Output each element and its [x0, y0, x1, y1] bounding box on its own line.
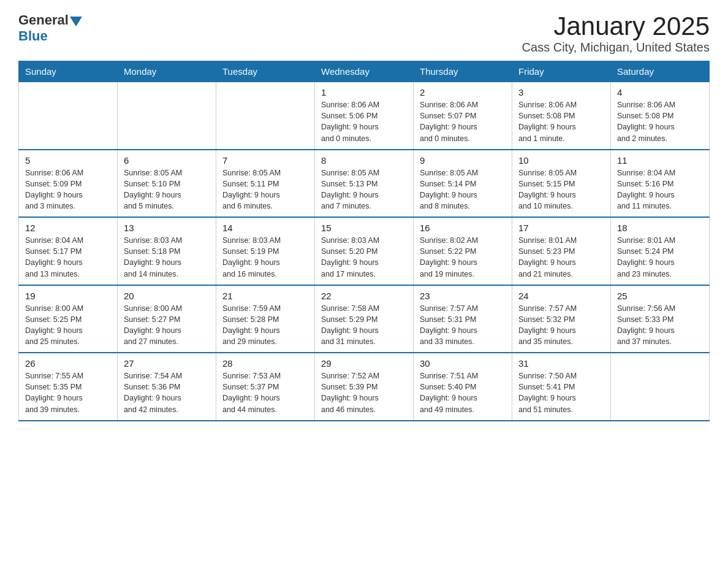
calendar-cell: 17Sunrise: 8:01 AM Sunset: 5:23 PM Dayli…	[512, 217, 611, 285]
day-info: Sunrise: 7:57 AM Sunset: 5:32 PM Dayligh…	[518, 303, 604, 348]
calendar-cell: 22Sunrise: 7:58 AM Sunset: 5:29 PM Dayli…	[315, 285, 414, 353]
day-info: Sunrise: 8:05 AM Sunset: 5:13 PM Dayligh…	[321, 167, 407, 212]
day-number: 27	[124, 358, 210, 369]
calendar-cell: 15Sunrise: 8:03 AM Sunset: 5:20 PM Dayli…	[315, 217, 414, 285]
calendar-table: SundayMondayTuesdayWednesdayThursdayFrid…	[18, 61, 710, 421]
calendar-cell: 7Sunrise: 8:05 AM Sunset: 5:11 PM Daylig…	[216, 150, 315, 218]
day-number: 18	[617, 223, 703, 233]
day-number: 30	[420, 358, 506, 369]
day-info: Sunrise: 7:50 AM Sunset: 5:41 PM Dayligh…	[518, 370, 604, 415]
calendar-cell: 11Sunrise: 8:04 AM Sunset: 5:16 PM Dayli…	[611, 150, 710, 218]
title-section: January 2025 Cass City, Michigan, United…	[522, 12, 710, 55]
page-header: General Blue January 2025 Cass City, Mic…	[18, 12, 710, 55]
logo-general-text: General	[18, 12, 69, 28]
day-number: 23	[420, 291, 506, 301]
calendar-cell: 25Sunrise: 7:56 AM Sunset: 5:33 PM Dayli…	[611, 285, 710, 353]
day-number: 4	[617, 87, 703, 98]
day-info: Sunrise: 8:05 AM Sunset: 5:15 PM Dayligh…	[518, 167, 604, 212]
calendar-cell	[118, 82, 216, 150]
calendar-cell: 4Sunrise: 8:06 AM Sunset: 5:08 PM Daylig…	[611, 82, 710, 150]
day-info: Sunrise: 7:51 AM Sunset: 5:40 PM Dayligh…	[420, 370, 506, 415]
logo-blue-text: Blue	[18, 28, 48, 44]
calendar-cell: 30Sunrise: 7:51 AM Sunset: 5:40 PM Dayli…	[414, 353, 512, 421]
day-number: 17	[518, 223, 604, 233]
day-info: Sunrise: 8:03 AM Sunset: 5:18 PM Dayligh…	[124, 235, 210, 280]
day-info: Sunrise: 8:06 AM Sunset: 5:08 PM Dayligh…	[617, 99, 703, 144]
day-info: Sunrise: 8:04 AM Sunset: 5:16 PM Dayligh…	[617, 167, 703, 212]
calendar-week-row: 5Sunrise: 8:06 AM Sunset: 5:09 PM Daylig…	[19, 150, 710, 218]
calendar-cell	[611, 353, 710, 421]
day-info: Sunrise: 8:05 AM Sunset: 5:10 PM Dayligh…	[124, 167, 210, 212]
day-number: 9	[420, 155, 506, 166]
calendar-cell: 28Sunrise: 7:53 AM Sunset: 5:37 PM Dayli…	[216, 353, 315, 421]
calendar-cell: 16Sunrise: 8:02 AM Sunset: 5:22 PM Dayli…	[414, 217, 512, 285]
calendar-cell: 31Sunrise: 7:50 AM Sunset: 5:41 PM Dayli…	[512, 353, 611, 421]
day-number: 29	[321, 358, 407, 369]
day-info: Sunrise: 7:52 AM Sunset: 5:39 PM Dayligh…	[321, 370, 407, 415]
day-number: 10	[518, 155, 604, 166]
logo-triangle-icon	[70, 17, 82, 26]
day-number: 2	[420, 87, 506, 98]
weekday-row: SundayMondayTuesdayWednesdayThursdayFrid…	[19, 61, 710, 82]
day-number: 1	[321, 87, 407, 98]
day-number: 22	[321, 291, 407, 301]
day-number: 19	[25, 291, 111, 301]
day-number: 20	[124, 291, 210, 301]
calendar-week-row: 26Sunrise: 7:55 AM Sunset: 5:35 PM Dayli…	[19, 353, 710, 421]
calendar-cell	[216, 82, 315, 150]
calendar-cell: 23Sunrise: 7:57 AM Sunset: 5:31 PM Dayli…	[414, 285, 512, 353]
day-info: Sunrise: 7:54 AM Sunset: 5:36 PM Dayligh…	[124, 370, 210, 415]
day-info: Sunrise: 7:59 AM Sunset: 5:28 PM Dayligh…	[222, 303, 308, 348]
day-number: 28	[222, 358, 308, 369]
calendar-cell: 5Sunrise: 8:06 AM Sunset: 5:09 PM Daylig…	[19, 150, 118, 218]
calendar-cell: 21Sunrise: 7:59 AM Sunset: 5:28 PM Dayli…	[216, 285, 315, 353]
day-number: 26	[25, 358, 111, 369]
day-number: 3	[518, 87, 604, 98]
calendar-header: SundayMondayTuesdayWednesdayThursdayFrid…	[19, 61, 710, 82]
day-info: Sunrise: 7:53 AM Sunset: 5:37 PM Dayligh…	[222, 370, 308, 415]
weekday-header-monday: Monday	[118, 61, 216, 82]
calendar-subtitle: Cass City, Michigan, United States	[522, 40, 710, 55]
calendar-cell: 19Sunrise: 8:00 AM Sunset: 5:25 PM Dayli…	[19, 285, 118, 353]
day-info: Sunrise: 8:03 AM Sunset: 5:19 PM Dayligh…	[222, 235, 308, 280]
day-info: Sunrise: 8:05 AM Sunset: 5:14 PM Dayligh…	[420, 167, 506, 212]
calendar-cell: 18Sunrise: 8:01 AM Sunset: 5:24 PM Dayli…	[611, 217, 710, 285]
calendar-cell: 13Sunrise: 8:03 AM Sunset: 5:18 PM Dayli…	[118, 217, 216, 285]
day-info: Sunrise: 8:05 AM Sunset: 5:11 PM Dayligh…	[222, 167, 308, 212]
day-info: Sunrise: 8:02 AM Sunset: 5:22 PM Dayligh…	[420, 235, 506, 280]
weekday-header-friday: Friday	[512, 61, 611, 82]
calendar-cell: 3Sunrise: 8:06 AM Sunset: 5:08 PM Daylig…	[512, 82, 611, 150]
day-info: Sunrise: 8:00 AM Sunset: 5:27 PM Dayligh…	[124, 303, 210, 348]
day-info: Sunrise: 8:04 AM Sunset: 5:17 PM Dayligh…	[25, 235, 111, 280]
day-info: Sunrise: 8:06 AM Sunset: 5:07 PM Dayligh…	[420, 99, 506, 144]
day-info: Sunrise: 8:06 AM Sunset: 5:09 PM Dayligh…	[25, 167, 111, 212]
calendar-cell: 10Sunrise: 8:05 AM Sunset: 5:15 PM Dayli…	[512, 150, 611, 218]
weekday-header-thursday: Thursday	[414, 61, 512, 82]
day-number: 7	[222, 155, 308, 166]
calendar-cell: 27Sunrise: 7:54 AM Sunset: 5:36 PM Dayli…	[118, 353, 216, 421]
calendar-cell	[19, 82, 118, 150]
calendar-body: 1Sunrise: 8:06 AM Sunset: 5:06 PM Daylig…	[19, 82, 710, 421]
calendar-cell: 6Sunrise: 8:05 AM Sunset: 5:10 PM Daylig…	[118, 150, 216, 218]
calendar-week-row: 19Sunrise: 8:00 AM Sunset: 5:25 PM Dayli…	[19, 285, 710, 353]
day-number: 25	[617, 291, 703, 301]
day-number: 24	[518, 291, 604, 301]
day-info: Sunrise: 8:01 AM Sunset: 5:24 PM Dayligh…	[617, 235, 703, 280]
calendar-title: January 2025	[522, 12, 710, 40]
day-number: 5	[25, 155, 111, 166]
weekday-header-tuesday: Tuesday	[216, 61, 315, 82]
calendar-week-row: 1Sunrise: 8:06 AM Sunset: 5:06 PM Daylig…	[19, 82, 710, 150]
weekday-header-sunday: Sunday	[19, 61, 118, 82]
calendar-cell: 8Sunrise: 8:05 AM Sunset: 5:13 PM Daylig…	[315, 150, 414, 218]
day-info: Sunrise: 7:55 AM Sunset: 5:35 PM Dayligh…	[25, 370, 111, 415]
day-number: 11	[617, 155, 703, 166]
calendar-cell: 12Sunrise: 8:04 AM Sunset: 5:17 PM Dayli…	[19, 217, 118, 285]
day-number: 12	[25, 223, 111, 233]
calendar-cell: 24Sunrise: 7:57 AM Sunset: 5:32 PM Dayli…	[512, 285, 611, 353]
day-info: Sunrise: 8:06 AM Sunset: 5:08 PM Dayligh…	[518, 99, 604, 144]
day-number: 6	[124, 155, 210, 166]
day-info: Sunrise: 7:58 AM Sunset: 5:29 PM Dayligh…	[321, 303, 407, 348]
day-number: 21	[222, 291, 308, 301]
day-number: 8	[321, 155, 407, 166]
calendar-cell: 2Sunrise: 8:06 AM Sunset: 5:07 PM Daylig…	[414, 82, 512, 150]
